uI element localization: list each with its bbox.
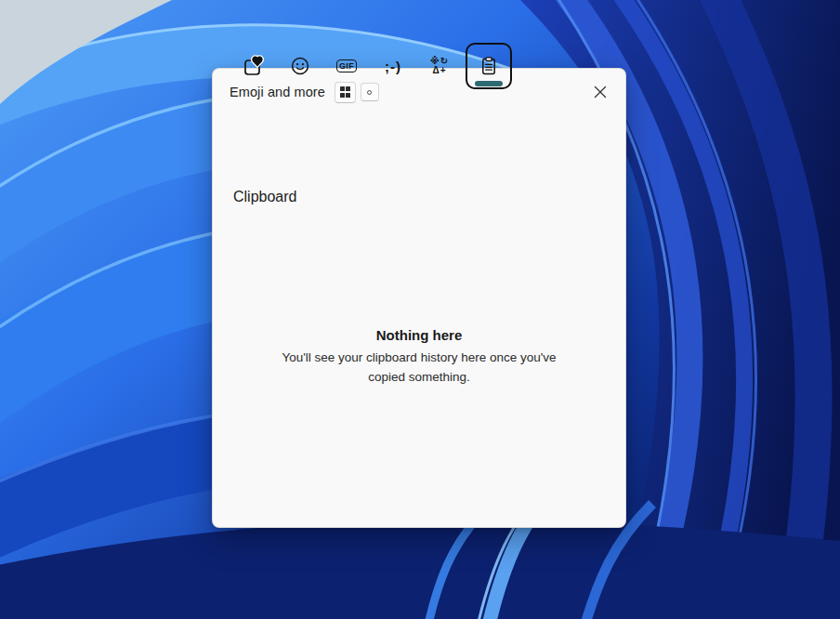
emoji-smiley-icon [289, 55, 311, 77]
tab-emoji[interactable] [280, 46, 321, 86]
tab-recently-used[interactable] [233, 46, 274, 86]
clipboard-icon [478, 55, 500, 77]
tab-clipboard[interactable] [470, 47, 507, 85]
section-title: Clipboard [233, 189, 296, 205]
gif-icon: GIF [336, 59, 358, 72]
tab-symbols[interactable]: ※↻ Δ+ [419, 46, 460, 86]
kaomoji-icon: ;-) [385, 59, 401, 74]
emoji-panel: Emoji and more [212, 68, 626, 528]
tab-gif[interactable]: GIF [326, 46, 367, 86]
empty-state-title: Nothing here [213, 327, 625, 343]
close-icon [594, 86, 607, 99]
tab-clipboard-focus-ring [466, 43, 512, 89]
recently-used-icon [242, 54, 266, 78]
tab-kaomoji[interactable]: ;-) [373, 46, 413, 86]
symbols-icon: ※↻ Δ+ [430, 57, 449, 75]
category-tab-strip: GIF ;-) ※↻ Δ+ [233, 39, 512, 93]
close-button[interactable] [588, 80, 612, 104]
selected-tab-indicator [475, 81, 503, 86]
empty-state-message: You'll see your clipboard history here o… [270, 348, 568, 387]
clipboard-empty-state: Nothing here You'll see your clipboard h… [213, 327, 625, 387]
